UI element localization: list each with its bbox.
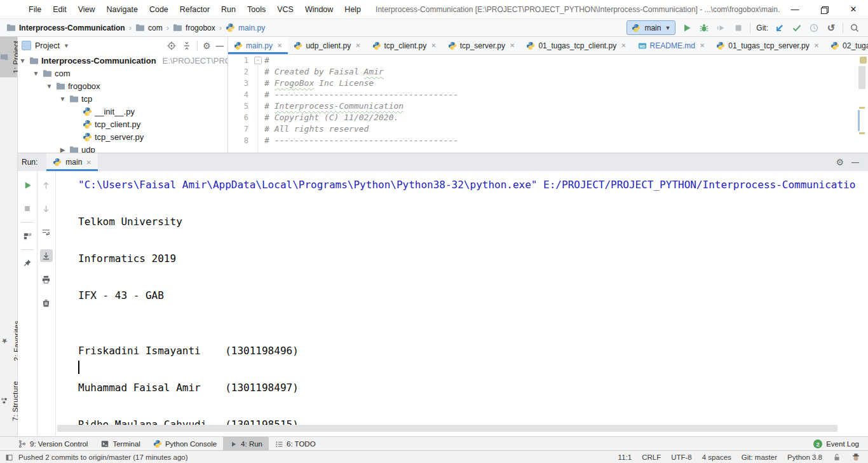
console-horizontal-scrollbar[interactable] (57, 425, 837, 432)
stripe-tab-favorites[interactable]: ★ 2: Favorites (0, 317, 17, 365)
status-message[interactable]: Pushed 2 commits to origin/master (17 mi… (18, 453, 188, 461)
close-icon[interactable]: ✕ (86, 159, 91, 166)
tree-row-tcp-server-py[interactable]: tcp_server.py (18, 130, 227, 143)
run-with-coverage-button[interactable] (715, 22, 727, 34)
warning-stripe-mark[interactable] (859, 132, 865, 134)
prev-occurrence-button[interactable] (40, 179, 53, 191)
pin-tab-button[interactable] (21, 257, 34, 270)
indent-style[interactable]: 4 spaces (702, 453, 731, 461)
chevron-collapsed-icon[interactable]: ▶ (58, 146, 67, 153)
close-icon[interactable]: ✕ (355, 42, 360, 49)
stripe-tab-structure[interactable]: 7: Structure (0, 377, 17, 425)
chevron-expanded-icon[interactable]: ▼ (18, 57, 27, 64)
menu-vcs[interactable]: VCS (271, 0, 299, 18)
tree-row-tcp-client-py[interactable]: tcp_client.py (18, 118, 227, 130)
git-commit-button[interactable] (791, 22, 803, 34)
gear-icon[interactable]: ⚙ (203, 41, 211, 51)
git-update-button[interactable] (774, 22, 785, 34)
breadcrumb-frogobox[interactable]: frogobox (172, 23, 217, 32)
stop-process-button[interactable] (21, 202, 34, 215)
tab-01-tugas-tcp-client-py[interactable]: 01_tugas_tcp_client.py ✕ (520, 37, 632, 54)
tab-readme-md[interactable]: README.md ✕ (632, 37, 711, 54)
toolwindow-terminal[interactable]: Terminal (94, 437, 146, 451)
close-icon[interactable]: ✕ (700, 42, 705, 49)
python-interpreter[interactable]: Python 3.8 (787, 453, 822, 461)
console-output[interactable]: "C:\Users\Faisal Amir\AppData\Local\Prog… (55, 171, 868, 437)
hide-panel-icon[interactable]: — (851, 158, 859, 167)
line-separator[interactable]: CRLF (642, 453, 661, 461)
hide-panel-icon[interactable]: — (216, 41, 224, 50)
menu-view[interactable]: View (72, 0, 101, 18)
tree-row-com[interactable]: ▼ com (18, 67, 227, 79)
scroll-to-end-button[interactable] (40, 249, 53, 262)
tab-tcp-client-py[interactable]: tcp_client.py ✕ (367, 37, 442, 54)
close-icon[interactable]: ✕ (431, 42, 436, 49)
highlighting-level-icon[interactable] (851, 453, 860, 462)
rerun-button[interactable] (21, 179, 34, 191)
clear-console-button[interactable] (40, 296, 53, 309)
chevron-expanded-icon[interactable]: ▼ (45, 83, 53, 90)
breadcrumb-com[interactable]: com (134, 23, 164, 32)
tool-window-toggle-icon[interactable] (5, 453, 13, 462)
collapse-all-icon[interactable] (182, 41, 192, 51)
tab-02-tugas[interactable]: 02_tuga ✕ (825, 37, 868, 54)
fold-marker[interactable]: - (254, 57, 262, 64)
tree-row-root[interactable]: ▼ Interprocess-Communication E:\PROJECT\… (18, 54, 227, 67)
chevron-down-icon[interactable]: ▼ (64, 43, 69, 49)
menu-file[interactable]: File (23, 0, 47, 18)
next-occurrence-button[interactable] (40, 202, 53, 215)
project-panel-title[interactable]: Project (35, 41, 60, 50)
menu-window[interactable]: Window (299, 0, 339, 18)
menu-code[interactable]: Code (144, 0, 174, 18)
breadcrumb-project[interactable]: Interprocess-Communication (5, 23, 126, 32)
file-encoding[interactable]: UTF-8 (671, 453, 692, 461)
close-button[interactable]: ✕ (839, 0, 868, 18)
menu-refactor[interactable]: Refactor (174, 0, 215, 18)
toolwindow-version-control[interactable]: 9: Version Control (11, 437, 94, 451)
tree-row-frogobox[interactable]: ▼ frogobox (18, 79, 227, 92)
tab-tcp-server-py[interactable]: tcp_server.py ✕ (442, 37, 521, 54)
tab-01-tugas-tcp-server-py[interactable]: 01_tugas_tcp_server.py ✕ (710, 37, 825, 54)
search-everywhere-button[interactable] (849, 22, 860, 34)
menu-help[interactable]: Help (339, 0, 367, 18)
restore-button[interactable] (810, 0, 839, 18)
lock-icon[interactable] (832, 453, 841, 462)
chevron-expanded-icon[interactable]: ▼ (32, 70, 40, 77)
tree-row-init-py[interactable]: __init__.py (18, 105, 227, 118)
minimize-button[interactable]: — (780, 0, 810, 18)
toolwindow-run[interactable]: 4: Run (223, 437, 269, 451)
stripe-tab-project[interactable]: 1: Project (0, 37, 17, 78)
soft-wrap-button[interactable] (40, 226, 53, 238)
close-icon[interactable]: ✕ (814, 42, 819, 49)
run-configuration-selector[interactable]: main ▼ (627, 20, 675, 35)
editor-scrollbar[interactable] (858, 66, 865, 89)
breadcrumb-mainpy[interactable]: main.py (224, 23, 266, 32)
inspection-status-widget[interactable] (860, 57, 867, 64)
git-rollback-button[interactable]: ↺ (825, 22, 837, 34)
stop-button[interactable] (733, 22, 744, 34)
print-button[interactable] (40, 273, 53, 286)
gear-icon[interactable]: ⚙ (836, 157, 844, 167)
tree-row-tcp[interactable]: ▼ tcp (18, 92, 227, 105)
git-history-button[interactable] (808, 22, 820, 34)
restore-layout-button[interactable] (21, 230, 34, 242)
toolwindow-event-log[interactable]: Event Log (826, 440, 859, 448)
tree-row-udp[interactable]: ▶ udp (18, 143, 227, 153)
run-button[interactable] (681, 22, 693, 34)
tab-main-py[interactable]: main.py ✕ (228, 37, 288, 54)
toolwindow-python-console[interactable]: Python Console (147, 437, 223, 451)
caret-position[interactable]: 11:1 (618, 453, 632, 461)
menu-run[interactable]: Run (215, 0, 241, 18)
menu-edit[interactable]: Edit (47, 0, 72, 18)
locate-file-icon[interactable] (166, 41, 177, 51)
tab-udp-client-py[interactable]: udp_client.py ✕ (288, 37, 366, 54)
close-icon[interactable]: ✕ (510, 42, 515, 49)
chevron-expanded-icon[interactable]: ▼ (58, 95, 67, 102)
menu-navigate[interactable]: Navigate (101, 0, 144, 18)
close-icon[interactable]: ✕ (621, 42, 626, 49)
close-icon[interactable]: ✕ (277, 42, 282, 49)
menu-tools[interactable]: Tools (241, 0, 271, 18)
code-editor[interactable]: 1 2 3 4 5 6 7 8 - # # Created by Faisal … (228, 55, 868, 153)
toolwindow-todo[interactable]: 6: TODO (269, 437, 322, 451)
git-branch[interactable]: Git: master (742, 453, 777, 461)
